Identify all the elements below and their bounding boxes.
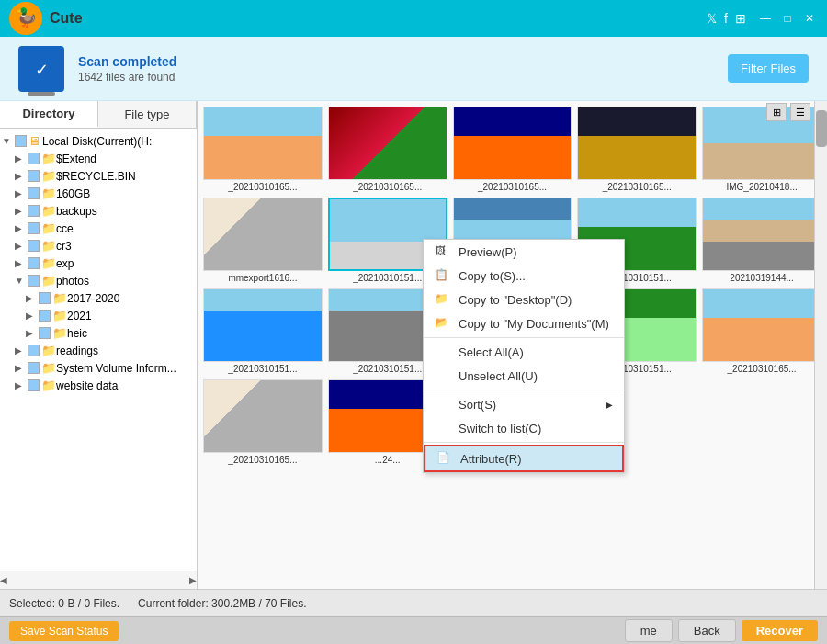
svg-text:✓: ✓ [35, 61, 49, 79]
tree-item-readings[interactable]: ▶ 📁 readings [11, 342, 197, 359]
thumbnail-item[interactable]: _20210310165... [203, 379, 323, 465]
tab-file-type[interactable]: File type [98, 101, 197, 128]
tree-check[interactable] [28, 205, 40, 217]
folder-icon: 📁 [41, 256, 56, 270]
folder-icon: 📁 [41, 361, 56, 375]
tree-expand-arrow: ▼ [2, 136, 15, 146]
list-view-button[interactable]: ☰ [790, 103, 810, 121]
ctx-attribute[interactable]: 📄 Attribute(R) [424, 445, 624, 472]
main-area: Directory File type ▼ 🖥 Local Disk(Curre… [0, 101, 827, 589]
panel-bottom: ◀ ▶ [0, 571, 197, 589]
tree-check[interactable] [28, 362, 40, 374]
tree-check[interactable] [28, 153, 40, 164]
ctx-switch-list[interactable]: Switch to list(C) [424, 416, 624, 440]
tree-item-systemvolume[interactable]: ▶ 📁 System Volume Inform... [11, 359, 197, 377]
copy-icon: 📋 [435, 268, 453, 283]
thumbnail-item[interactable]: mmexport1616... [203, 198, 323, 283]
save-scan-button[interactable]: Save Scan Status [9, 621, 119, 641]
list-icon [435, 421, 453, 435]
thumb-label: IMG_20210418... [702, 182, 821, 192]
rename-button[interactable]: me [625, 619, 673, 642]
tree-item-cr3[interactable]: ▶ 📁 cr3 [11, 237, 197, 254]
tree-check[interactable] [39, 310, 51, 322]
tree-check[interactable] [28, 187, 40, 199]
tree-item-websitedata[interactable]: ▶ 📁 website data [11, 377, 197, 394]
thumbnail-item[interactable]: _20210310165... [203, 107, 323, 192]
tree-check[interactable] [28, 275, 40, 287]
tree-label: readings [56, 345, 98, 357]
ctx-label: Unselect All(U) [459, 369, 538, 383]
thumbnail-item[interactable]: _20210310165... [702, 288, 821, 374]
ctx-unselect-all[interactable]: Unselect All(U) [424, 364, 624, 388]
tree-check[interactable] [28, 170, 40, 182]
tree-item-localdisk[interactable]: ▼ 🖥 Local Disk(Current)(H: [0, 132, 197, 150]
collapse-icon[interactable]: ▶ [189, 575, 197, 585]
tree-check[interactable] [28, 240, 40, 252]
tree-label: backups [56, 205, 97, 218]
tree-item-2021[interactable]: ▶ 📁 2021 [22, 307, 197, 324]
filter-files-button[interactable]: Filter Files [728, 54, 809, 83]
maximize-button[interactable]: □ [779, 10, 796, 27]
folder-icon: 📁 [41, 221, 56, 235]
scan-info: Scan completed 1642 files are found [78, 54, 728, 84]
tree-check[interactable] [28, 345, 40, 356]
preview-icon: 🖼 [435, 244, 453, 259]
tree-check[interactable] [39, 327, 51, 339]
titlebar: 🦆 CuteRecovery 𝕏 f ⊞ — □ ✕ [0, 0, 827, 37]
tree-item-2017-2020[interactable]: ▶ 📁 2017-2020 [22, 289, 197, 307]
ctx-copy-to[interactable]: 📋 Copy to(S)... [424, 264, 624, 288]
tree-expand-arrow: ▼ [15, 276, 28, 286]
tree-item-exp[interactable]: ▶ 📁 exp [11, 254, 197, 272]
ctx-label: Switch to list(C) [459, 422, 541, 435]
thumbnail-item[interactable]: _20210310165... [453, 107, 572, 192]
scan-title: Scan completed [78, 54, 728, 69]
thumbnail-item[interactable]: _20210310165... [577, 107, 697, 192]
tree-expand-arrow: ▶ [26, 328, 39, 338]
tree-item-cce[interactable]: ▶ 📁 cce [11, 220, 197, 237]
ctx-select-all[interactable]: Select All(A) [424, 340, 624, 364]
thumb-label: _20210310165... [453, 182, 572, 192]
tree-check[interactable] [28, 222, 40, 234]
ctx-copy-mydocs[interactable]: 📂 Copy to "My Documents"(M) [424, 311, 624, 335]
facebook-icon[interactable]: f [724, 11, 728, 26]
tree-item-photos[interactable]: ▼ 📁 photos [11, 272, 197, 289]
scrollbar[interactable] [814, 101, 827, 589]
tree-item-recycle[interactable]: ▶ 📁 $RECYCLE.BIN [11, 167, 197, 185]
thumbnail-item[interactable]: 20210319144... [702, 198, 821, 283]
tree-check[interactable] [28, 257, 40, 269]
recover-button[interactable]: Recover [742, 620, 818, 641]
ctx-preview[interactable]: 🖼 Preview(P) [424, 240, 624, 264]
grid-view-button[interactable]: ⊞ [766, 103, 787, 121]
directory-tree: ▼ 🖥 Local Disk(Current)(H: ▶ 📁 $Extend ▶… [0, 129, 197, 571]
thumb-label: mmexport1616... [203, 273, 323, 283]
thumb-image [328, 107, 447, 180]
ctx-copy-desktop[interactable]: 📁 Copy to "Desktop"(D) [424, 288, 624, 311]
minimize-button[interactable]: — [757, 10, 774, 27]
network-icon[interactable]: ⊞ [735, 11, 746, 26]
thumb-label: _20210310151... [203, 364, 323, 374]
tree-check[interactable] [15, 135, 27, 147]
tree-item-extend[interactable]: ▶ 📁 $Extend [11, 150, 197, 167]
ctx-separator [424, 337, 624, 338]
tree-item-heic[interactable]: ▶ 📁 heic [22, 324, 197, 342]
tree-expand-arrow: ▶ [15, 153, 28, 164]
tree-item-160gb[interactable]: ▶ 📁 160GB [11, 185, 197, 202]
tree-label: cce [56, 222, 74, 235]
tree-check[interactable] [39, 292, 51, 304]
tree-check[interactable] [28, 379, 40, 391]
tree-label: 2017-2020 [67, 292, 119, 305]
folder-icon: 📁 [41, 186, 56, 200]
tree-label: 160GB [56, 187, 90, 200]
twitter-icon[interactable]: 𝕏 [707, 11, 717, 26]
ctx-label: Copy to "Desktop"(D) [459, 293, 572, 307]
tree-expand-arrow: ▶ [15, 223, 28, 233]
thumbnail-item[interactable]: _20210310151... [203, 288, 323, 374]
back-button[interactable]: Back [678, 619, 736, 642]
close-button[interactable]: ✕ [801, 10, 818, 27]
ctx-sort[interactable]: Sort(S) ▶ [424, 392, 624, 416]
tree-item-backups[interactable]: ▶ 📁 backups [11, 202, 197, 220]
folder-icon: 📁 [41, 344, 56, 357]
thumbnail-item[interactable]: _20210310165... [328, 107, 447, 192]
expand-icon[interactable]: ◀ [0, 575, 7, 585]
tab-directory[interactable]: Directory [0, 101, 98, 128]
